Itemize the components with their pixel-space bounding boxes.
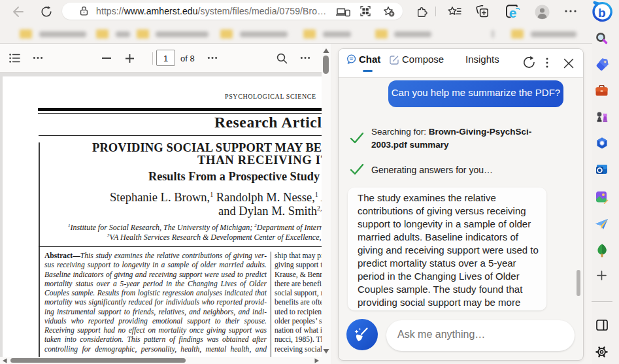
svg-text:b: b [598, 6, 606, 20]
svg-text:e: e [509, 5, 517, 19]
